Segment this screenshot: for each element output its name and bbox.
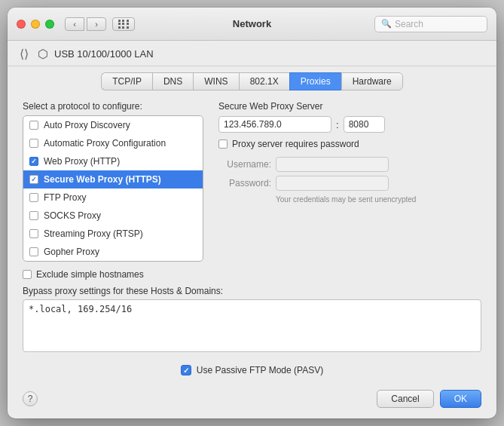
tab-8021x[interactable]: 802.1X [239, 72, 289, 90]
protocol-item-auto-discovery[interactable]: Auto Proxy Discovery [23, 116, 203, 134]
bypass-label: Bypass proxy settings for these Hosts & … [23, 286, 481, 296]
exclude-row[interactable]: Exclude simple hostnames [23, 269, 481, 280]
username-label: Username: [218, 159, 271, 170]
checkbox-socks-proxy[interactable] [29, 211, 38, 220]
search-icon: 🔍 [381, 19, 392, 29]
grid-icon [118, 20, 130, 29]
password-label: Password: [218, 178, 271, 188]
proxy-server-row: : [218, 116, 481, 133]
checkbox-auto-discovery[interactable] [29, 121, 38, 130]
nav-buttons: ‹ › [65, 17, 106, 31]
protocol-item-streaming-proxy[interactable]: Streaming Proxy (RTSP) [23, 225, 203, 243]
traffic-lights [17, 20, 54, 29]
passive-row[interactable]: ✓ Use Passive FTP Mode (PASV) [23, 360, 481, 378]
tabs-row: TCP/IP DNS WINS 802.1X Proxies Hardware [8, 66, 496, 90]
protocol-item-socks-proxy[interactable]: SOCKS Proxy [23, 207, 203, 225]
back-button[interactable]: ‹ [65, 17, 84, 31]
content-area: Select a protocol to configure: Auto Pro… [8, 90, 496, 384]
credentials-section: Username: Password: [218, 157, 481, 191]
left-panel: Select a protocol to configure: Auto Pro… [23, 101, 203, 262]
tab-tcpip[interactable]: TCP/IP [101, 72, 152, 90]
toolbar: ⟨⟩ ⬡ USB 10/100/1000 LAN [8, 41, 496, 66]
network-window: ‹ › Network 🔍 Search ⟨⟩ ⬡ USB 10/100/100… [8, 8, 496, 418]
forward-button[interactable]: › [87, 17, 106, 31]
protocol-label-gopher-proxy: Gopher Proxy [44, 247, 99, 257]
breadcrumb-back-icon: ⟨⟩ [20, 47, 29, 61]
checkbox-gopher-proxy[interactable] [29, 247, 38, 256]
location-label: USB 10/100/1000 LAN [54, 48, 154, 60]
main-row: Select a protocol to configure: Auto Pro… [23, 101, 481, 262]
protocol-item-ftp-proxy[interactable]: FTP Proxy [23, 188, 203, 207]
right-panel: Secure Web Proxy Server : Proxy server r… [218, 101, 481, 204]
protocol-section-label: Select a protocol to configure: [23, 101, 203, 112]
checkmark-secure-web-proxy: ✓ [31, 176, 37, 183]
titlebar: ‹ › Network 🔍 Search [8, 8, 496, 41]
protocol-label-auto-config: Automatic Proxy Configuration [44, 138, 166, 149]
proxy-server-label: Secure Web Proxy Server [218, 101, 481, 112]
port-separator: : [336, 119, 339, 130]
passive-ftp-label: Use Passive FTP Mode (PASV) [197, 365, 323, 375]
close-button[interactable] [17, 20, 26, 29]
passive-ftp-checkbox[interactable]: ✓ [181, 365, 191, 375]
protocol-list: Auto Proxy Discovery Automatic Proxy Con… [23, 115, 203, 262]
checkbox-secure-web-proxy[interactable]: ✓ [29, 175, 38, 184]
unencrypted-note: Your credentials may be sent unencrypted [276, 195, 481, 204]
username-row: Username: [218, 157, 481, 172]
password-input[interactable] [276, 176, 389, 191]
search-placeholder: Search [395, 19, 423, 29]
checkmark-web-proxy: ✓ [31, 158, 37, 165]
ok-button[interactable]: OK [440, 390, 481, 408]
protocol-item-web-proxy[interactable]: ✓ Web Proxy (HTTP) [23, 152, 203, 170]
protocol-label-socks-proxy: SOCKS Proxy [44, 210, 101, 221]
network-device-icon: ⬡ [38, 47, 48, 61]
tab-wins[interactable]: WINS [193, 72, 238, 90]
password-row[interactable]: Proxy server requires password [218, 139, 481, 149]
username-input[interactable] [276, 157, 389, 172]
checkbox-web-proxy[interactable]: ✓ [29, 157, 38, 166]
bypass-textarea[interactable]: *.local, 169.254/16 [23, 299, 481, 352]
proxy-ip-input[interactable] [218, 116, 331, 133]
footer: ? Cancel OK [8, 384, 496, 418]
checkbox-auto-config[interactable] [29, 139, 38, 148]
protocol-item-auto-config[interactable]: Automatic Proxy Configuration [23, 134, 203, 152]
help-button[interactable]: ? [23, 391, 38, 406]
window-title: Network [233, 18, 271, 29]
search-box[interactable]: 🔍 Search [374, 16, 487, 32]
protocol-item-gopher-proxy[interactable]: Gopher Proxy [23, 243, 203, 261]
protocol-label-web-proxy: Web Proxy (HTTP) [44, 156, 120, 167]
tab-dns[interactable]: DNS [152, 72, 193, 90]
grid-button[interactable] [112, 17, 135, 31]
protocol-label-ftp-proxy: FTP Proxy [44, 192, 86, 203]
footer-buttons: Cancel OK [377, 390, 481, 408]
passive-checkmark: ✓ [183, 366, 189, 375]
proxy-port-input[interactable] [344, 116, 385, 133]
protocol-label-streaming-proxy: Streaming Proxy (RTSP) [44, 228, 143, 239]
exclude-hostnames-checkbox[interactable] [23, 270, 32, 279]
checkbox-streaming-proxy[interactable] [29, 229, 38, 238]
requires-password-label: Proxy server requires password [232, 139, 359, 149]
cancel-button[interactable]: Cancel [377, 390, 433, 408]
protocol-item-secure-web-proxy[interactable]: ✓ Secure Web Proxy (HTTPS) [23, 170, 203, 188]
checkbox-ftp-proxy[interactable] [29, 193, 38, 202]
bypass-section: Bypass proxy settings for these Hosts & … [23, 286, 481, 354]
protocol-label-auto-discovery: Auto Proxy Discovery [44, 120, 130, 130]
maximize-button[interactable] [45, 20, 54, 29]
requires-password-checkbox[interactable] [218, 139, 228, 149]
password-cred-row: Password: [218, 176, 481, 191]
minimize-button[interactable] [31, 20, 40, 29]
tab-proxies[interactable]: Proxies [289, 72, 341, 90]
tab-hardware[interactable]: Hardware [341, 72, 403, 90]
exclude-hostnames-label: Exclude simple hostnames [36, 269, 144, 280]
bottom-section: Exclude simple hostnames Bypass proxy se… [23, 269, 481, 378]
protocol-label-secure-web-proxy: Secure Web Proxy (HTTPS) [44, 174, 161, 185]
